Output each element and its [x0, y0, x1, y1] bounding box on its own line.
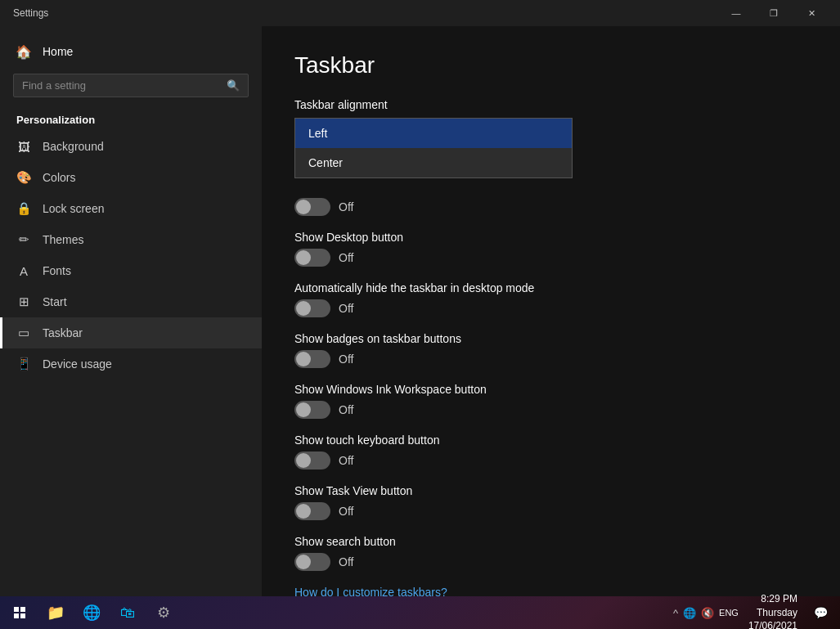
toggle-row-show-desktop: Show Desktop button Off [294, 231, 807, 267]
network-icon[interactable]: 🌐 [683, 607, 696, 619]
toggle-state-show-desktop: Off [339, 251, 353, 264]
nav-label-start: Start [43, 295, 67, 308]
toggle-state-toggle1: Off [339, 200, 353, 213]
sidebar-item-home[interactable]: 🏠 Home [0, 36, 262, 67]
toggle-label-auto-hide: Automatically hide the taskbar in deskto… [294, 281, 807, 294]
maximize-button[interactable]: ❐ [755, 0, 793, 26]
toggle-row-touch-keyboard: Show touch keyboard button Off [294, 434, 807, 470]
search-input[interactable] [22, 79, 227, 92]
taskbar-icon: ▭ [16, 326, 31, 340]
toggle-state-auto-hide: Off [339, 302, 353, 315]
toggle-auto-hide[interactable] [294, 299, 330, 317]
clock-day: Thursday [748, 606, 797, 620]
toggle-wrapper-auto-hide: Off [294, 299, 807, 317]
nav-label-lock-screen: Lock screen [43, 202, 104, 215]
clock-time: 8:29 PM [748, 592, 797, 606]
home-label: Home [43, 45, 73, 58]
tray-chevron-icon[interactable]: ^ [673, 607, 678, 619]
nav-label-background: Background [43, 140, 104, 153]
file-explorer-button[interactable]: 📁 [39, 596, 72, 629]
sidebar-item-start[interactable]: ⊞ Start [0, 286, 262, 317]
sidebar: 🏠 Home 🔍 Personalization 🖼 Background 🎨 … [0, 26, 262, 596]
nav-items: 🖼 Background 🎨 Colors 🔒 Lock screen ✏ Th… [0, 131, 262, 380]
toggle-row-search-button: Show search button Off [294, 535, 807, 571]
search-icon: 🔍 [227, 79, 240, 92]
sidebar-item-themes[interactable]: ✏ Themes [0, 224, 262, 255]
toggle-touch-keyboard[interactable] [294, 452, 330, 470]
section-label: Personalization [0, 104, 262, 131]
clock[interactable]: 8:29 PM Thursday 17/06/2021 [743, 592, 802, 629]
toggle-state-search-button: Off [339, 555, 353, 568]
taskbar: 📁 🌐 🛍 ⚙ ^ 🌐 🔇 ENG 8:29 PM Thursday 17/06… [0, 596, 840, 629]
minimize-button[interactable]: — [717, 0, 755, 26]
toggle-wrapper-show-desktop: Off [294, 249, 807, 267]
toggle-label-ink-workspace: Show Windows Ink Workspace button [294, 383, 807, 396]
nav-label-fonts: Fonts [43, 264, 71, 277]
dropdown-option-center[interactable]: Center [295, 148, 572, 177]
content-area: Taskbar Taskbar alignment LeftCenter Off… [262, 26, 840, 596]
alignment-label: Taskbar alignment [294, 98, 807, 111]
start-icon: ⊞ [16, 294, 31, 309]
toggle-wrapper-toggle1: Off [294, 198, 807, 216]
toggle-row-badges: Show badges on taskbar buttons Off [294, 332, 807, 368]
toggle-toggle1[interactable] [294, 198, 330, 216]
sidebar-item-background[interactable]: 🖼 Background [0, 131, 262, 162]
toggle-label-touch-keyboard: Show touch keyboard button [294, 434, 807, 447]
toggle-wrapper-badges: Off [294, 350, 807, 368]
settings-icon: ⚙ [157, 604, 170, 622]
toggle-badges[interactable] [294, 350, 330, 368]
toggle-state-task-view: Off [339, 505, 353, 518]
toggle-show-desktop[interactable] [294, 249, 330, 267]
settings-taskbar-button[interactable]: ⚙ [147, 596, 180, 629]
fonts-icon: A [16, 263, 31, 278]
taskbar-right: ^ 🌐 🔇 ENG 8:29 PM Thursday 17/06/2021 💬 [673, 592, 840, 629]
start-button[interactable] [3, 596, 36, 629]
title-bar: Settings — ❐ ✕ [0, 0, 840, 26]
alignment-dropdown[interactable]: LeftCenter [294, 118, 573, 178]
toggle-wrapper-ink-workspace: Off [294, 401, 807, 419]
notification-button[interactable]: 💬 [807, 596, 833, 629]
close-button[interactable]: ✕ [793, 0, 830, 26]
volume-icon[interactable]: 🔇 [701, 607, 714, 619]
nav-label-themes: Themes [43, 233, 84, 246]
sidebar-item-device-usage[interactable]: 📱 Device usage [0, 348, 262, 380]
edge-button[interactable]: 🌐 [75, 596, 108, 629]
toggle-row-auto-hide: Automatically hide the taskbar in deskto… [294, 281, 807, 317]
sidebar-item-taskbar[interactable]: ▭ Taskbar [0, 317, 262, 348]
sidebar-item-lock-screen[interactable]: 🔒 Lock screen [0, 193, 262, 224]
nav-label-device-usage: Device usage [43, 357, 112, 371]
toggle-label-badges: Show badges on taskbar buttons [294, 332, 807, 345]
system-tray: ^ 🌐 🔇 ENG [673, 607, 739, 619]
toggle-label-show-desktop: Show Desktop button [294, 231, 807, 244]
language-indicator[interactable]: ENG [719, 608, 739, 618]
colors-icon: 🎨 [16, 170, 31, 185]
toggle-wrapper-search-button: Off [294, 553, 807, 571]
toggle-ink-workspace[interactable] [294, 401, 330, 419]
toggle-row-ink-workspace: Show Windows Ink Workspace button Off [294, 383, 807, 419]
device-usage-icon: 📱 [16, 357, 31, 371]
nav-label-colors: Colors [43, 171, 75, 184]
toggle-search-button[interactable] [294, 553, 330, 571]
toggle-label-task-view: Show Task View button [294, 484, 807, 497]
sidebar-item-colors[interactable]: 🎨 Colors [0, 162, 262, 193]
clock-date: 17/06/2021 [748, 619, 797, 629]
toggle-state-touch-keyboard: Off [339, 454, 353, 467]
toggle-state-badges: Off [339, 353, 353, 366]
app-title: Settings [13, 7, 48, 19]
toggle-task-view[interactable] [294, 502, 330, 520]
nav-label-taskbar: Taskbar [43, 326, 83, 339]
toggle-label-search-button: Show search button [294, 535, 807, 548]
toggle-wrapper-touch-keyboard: Off [294, 452, 807, 470]
store-button[interactable]: 🛍 [111, 596, 144, 629]
file-explorer-icon: 📁 [47, 604, 65, 622]
dropdown-option-left[interactable]: Left [295, 119, 572, 148]
search-box: 🔍 [13, 74, 249, 97]
edge-icon: 🌐 [83, 604, 101, 622]
page-title: Taskbar [294, 52, 807, 79]
toggle-row-task-view: Show Task View button Off [294, 484, 807, 520]
themes-icon: ✏ [16, 232, 31, 247]
toggle-state-ink-workspace: Off [339, 403, 353, 416]
sidebar-item-fonts[interactable]: A Fonts [0, 255, 262, 286]
store-icon: 🛍 [120, 604, 135, 622]
windows-icon [14, 607, 25, 618]
